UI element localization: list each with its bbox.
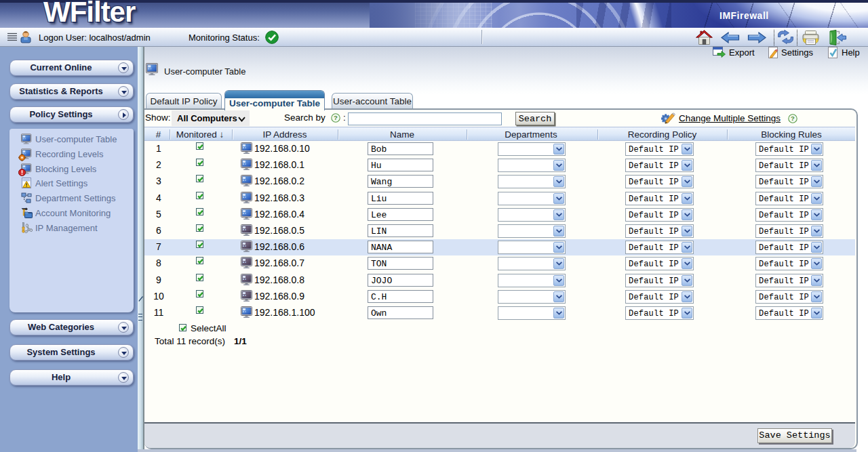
svg-text:?: ? <box>334 114 338 121</box>
svg-text:?: ? <box>791 115 795 122</box>
